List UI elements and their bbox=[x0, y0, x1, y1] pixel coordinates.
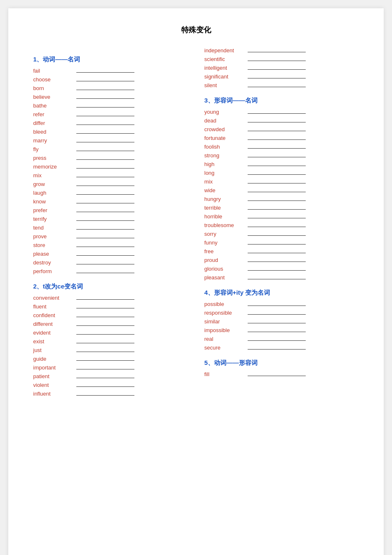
word-label: grow bbox=[33, 181, 75, 187]
word-label: mix bbox=[205, 178, 246, 185]
answer-line bbox=[76, 229, 134, 230]
answer-line bbox=[248, 209, 306, 210]
content-area: 1、动词——名词 fail choose born believe bathe … bbox=[33, 47, 359, 399]
answer-line bbox=[76, 352, 134, 352]
answer-line bbox=[76, 203, 134, 203]
list-item: exist bbox=[33, 338, 188, 345]
answer-line bbox=[76, 264, 134, 264]
word-label: bleed bbox=[33, 129, 75, 135]
word-label: know bbox=[33, 198, 75, 205]
list-item: evident bbox=[33, 330, 188, 336]
word-label: possible bbox=[205, 301, 246, 307]
word-label: destroy bbox=[33, 259, 75, 266]
word-label: exist bbox=[33, 338, 75, 345]
list-item: real bbox=[205, 336, 359, 342]
word-label: patient bbox=[33, 373, 75, 379]
word-label: independent bbox=[205, 47, 246, 54]
word-label: impossible bbox=[205, 327, 246, 333]
list-item: troublesome bbox=[205, 222, 359, 228]
word-label: wide bbox=[205, 187, 246, 193]
list-item: pleasant bbox=[205, 274, 359, 281]
word-label: terrify bbox=[33, 216, 75, 222]
answer-line bbox=[76, 343, 134, 343]
list-item: store bbox=[33, 242, 188, 248]
list-item: sorry bbox=[205, 231, 359, 237]
list-item: believe bbox=[33, 94, 188, 100]
word-label: scientific bbox=[205, 56, 246, 62]
word-label: crowded bbox=[205, 126, 246, 132]
word-label: secure bbox=[205, 345, 246, 351]
answer-line bbox=[248, 332, 306, 332]
word-label: fly bbox=[33, 146, 75, 152]
word-label: evident bbox=[33, 330, 75, 336]
answer-line bbox=[248, 270, 306, 271]
section2-title: 2、t改为ce变名词 bbox=[33, 283, 188, 291]
word-label: choose bbox=[33, 76, 75, 83]
word-label: born bbox=[33, 85, 75, 91]
word-label: significant bbox=[205, 73, 246, 80]
word-label: pleasant bbox=[205, 274, 246, 281]
section5-title: 5、动词——形容词 bbox=[205, 359, 359, 367]
answer-line bbox=[76, 168, 134, 169]
list-item: marry bbox=[33, 137, 188, 144]
list-item: fortunate bbox=[205, 135, 359, 141]
answer-line bbox=[248, 183, 306, 183]
answer-line bbox=[76, 369, 134, 369]
list-item: tend bbox=[33, 225, 188, 231]
word-label: intelligent bbox=[205, 65, 246, 71]
word-label: mix bbox=[33, 172, 75, 178]
list-item: fill bbox=[205, 371, 359, 377]
answer-line bbox=[248, 139, 306, 140]
word-label: prove bbox=[33, 233, 75, 240]
word-label: laugh bbox=[33, 190, 75, 196]
answer-line bbox=[76, 247, 134, 247]
word-label: responsible bbox=[205, 310, 246, 316]
list-item: violent bbox=[33, 382, 188, 388]
word-label: young bbox=[205, 109, 246, 115]
list-item: press bbox=[33, 155, 188, 161]
word-label: hungry bbox=[205, 196, 246, 202]
list-item: differ bbox=[33, 120, 188, 126]
answer-line bbox=[248, 52, 306, 52]
list-item: confident bbox=[33, 312, 188, 318]
answer-line bbox=[248, 323, 306, 323]
answer-line bbox=[248, 78, 306, 78]
list-item: funny bbox=[205, 240, 359, 246]
list-item: wide bbox=[205, 187, 359, 193]
answer-line bbox=[76, 378, 134, 378]
word-label: funny bbox=[205, 240, 246, 246]
word-label: long bbox=[205, 170, 246, 176]
answer-line bbox=[248, 227, 306, 227]
answer-line bbox=[76, 238, 134, 238]
list-item: high bbox=[205, 161, 359, 167]
word-label: violent bbox=[33, 382, 75, 388]
list-item: dead bbox=[205, 117, 359, 124]
page: 特殊变化 1、动词——名词 fail choose born believe b… bbox=[8, 8, 384, 555]
answer-line bbox=[248, 235, 306, 236]
list-item: patient bbox=[33, 373, 188, 379]
list-item: long bbox=[205, 170, 359, 176]
list-item: bathe bbox=[33, 103, 188, 109]
answer-line bbox=[248, 279, 306, 279]
answer-line bbox=[76, 98, 134, 99]
answer-line bbox=[76, 360, 134, 361]
list-item: terrify bbox=[33, 216, 188, 222]
list-item: young bbox=[205, 109, 359, 115]
answer-line bbox=[248, 349, 306, 350]
answer-line bbox=[248, 131, 306, 131]
list-item: prefer bbox=[33, 207, 188, 213]
word-label: proud bbox=[205, 257, 246, 263]
answer-line bbox=[76, 255, 134, 256]
answer-line bbox=[248, 122, 306, 122]
answer-line bbox=[76, 325, 134, 326]
right-column: independent scientific intelligent signi… bbox=[205, 47, 359, 399]
section1-title: 1、动词——名词 bbox=[33, 56, 188, 64]
answer-line bbox=[248, 340, 306, 341]
word-label: perform bbox=[33, 268, 75, 274]
list-item: fail bbox=[33, 68, 188, 74]
answer-line bbox=[76, 334, 134, 335]
word-label: store bbox=[33, 242, 75, 248]
answer-line bbox=[76, 142, 134, 142]
answer-line bbox=[76, 72, 134, 73]
answer-line bbox=[76, 90, 134, 90]
